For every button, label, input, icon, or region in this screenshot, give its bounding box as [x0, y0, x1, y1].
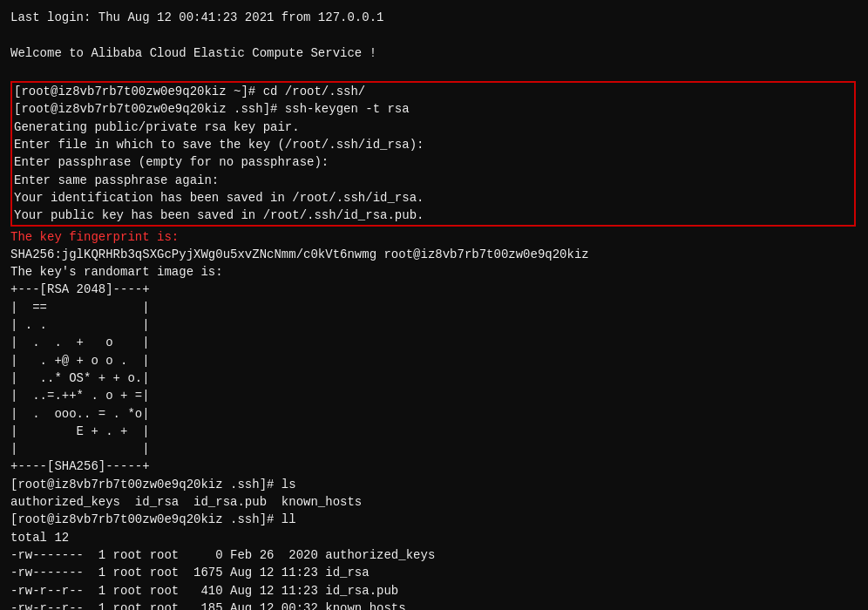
cmd-ll: [root@iz8vb7rb7t00zw0e9q20kiz .ssh]# ll — [10, 511, 858, 528]
blank-line-2 — [10, 62, 858, 79]
randomart-line-8: | . ooo.. = . *o| — [10, 405, 858, 423]
randomart-line-5: | . +@ + o o . | — [10, 352, 858, 369]
enter-same-passphrase-line: Enter same passphrase again: — [14, 172, 852, 189]
enter-file-line: Enter file in which to save the key (/ro… — [14, 136, 852, 153]
fingerprint-value-line: SHA256:jglKQRHRb3qSXGcPyjXWg0u5xvZNcNmm/… — [10, 246, 858, 263]
randomart-line-2: | == | — [10, 299, 858, 316]
total-line: total 12 — [10, 529, 858, 546]
welcome-line: Welcome to Alibaba Cloud Elastic Compute… — [10, 44, 858, 62]
identification-saved-line: Your identification has been saved in /r… — [14, 189, 852, 207]
randomart-line-9: | E + . + | — [10, 423, 858, 440]
blank-line-1 — [10, 26, 858, 44]
randomart-line-6: | ..* OS* + + o.| — [10, 369, 858, 387]
login-line: Last login: Thu Aug 12 00:41:23 2021 fro… — [10, 9, 858, 26]
file-id-rsa: -rw------- 1 root root 1675 Aug 12 11:23… — [10, 564, 858, 581]
randomart-line-4: | . . + o | — [10, 334, 858, 351]
enter-passphrase-line: Enter passphrase (empty for no passphras… — [14, 153, 852, 171]
file-authorized-keys: -rw------- 1 root root 0 Feb 26 2020 aut… — [10, 546, 858, 564]
file-id-rsa-pub: -rw-r--r-- 1 root root 410 Aug 12 11:23 … — [10, 582, 858, 600]
randomart-line-3: | . . | — [10, 316, 858, 334]
randomart-line-7: | ..=.++* . o + =| — [10, 387, 858, 404]
randomart-label-line: The key's randomart image is: — [10, 263, 858, 281]
file-known-hosts: -rw-r--r-- 1 root root 185 Aug 12 00:32 … — [10, 600, 858, 610]
randomart-line-1: +---[RSA 2048]----+ — [10, 281, 858, 298]
highlighted-block: [root@iz8vb7rb7t00zw0e9q20kiz ~]# cd /ro… — [10, 81, 856, 226]
cmd-cd: [root@iz8vb7rb7t00zw0e9q20kiz ~]# cd /ro… — [14, 83, 852, 100]
fingerprint-label-line: The key fingerprint is: — [10, 228, 858, 246]
randomart-line-11: +----[SHA256]-----+ — [10, 458, 858, 475]
cmd-keygen: [root@iz8vb7rb7t00zw0e9q20kiz .ssh]# ssh… — [14, 100, 852, 118]
ls-output: authorized_keys id_rsa id_rsa.pub known_… — [10, 493, 858, 511]
public-key-saved-line: Your public key has been saved in /root/… — [14, 207, 852, 224]
randomart-line-10: | | — [10, 440, 858, 458]
cmd-ls: [root@iz8vb7rb7t00zw0e9q20kiz .ssh]# ls — [10, 476, 858, 493]
generating-line: Generating public/private rsa key pair. — [14, 119, 852, 136]
terminal: Last login: Thu Aug 12 00:41:23 2021 fro… — [10, 9, 858, 601]
